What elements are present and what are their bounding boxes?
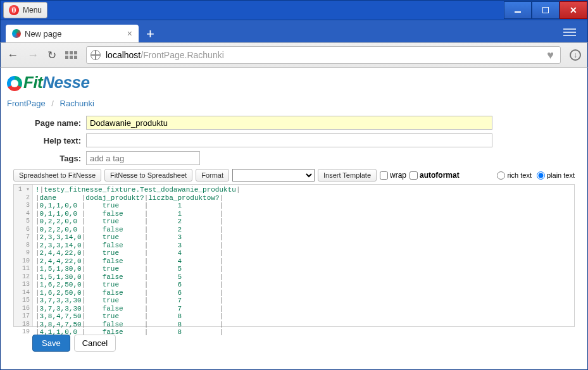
code-line[interactable]: |3,8,4,7,50| true | 8 | — [35, 312, 240, 321]
tab-title: New page — [25, 29, 62, 39]
template-select[interactable] — [232, 169, 315, 182]
breadcrumb-frontpage[interactable]: FrontPage — [7, 99, 46, 108]
save-button[interactable]: Save — [32, 335, 70, 352]
code-line[interactable]: |2,4,4,22,0| true | 4 | — [35, 249, 240, 257]
opera-logo-icon — [9, 5, 19, 15]
code-line[interactable]: |1,6,2,50,0| false | 6 | — [35, 289, 240, 297]
page-name-label: Page name: — [20, 118, 86, 128]
code-line[interactable]: |3,7,3,3,30| true | 7 | — [35, 297, 240, 305]
window-maximize-button[interactable] — [532, 1, 560, 19]
code-line[interactable]: |1,5,1,30,0| false | 5 | — [35, 273, 240, 281]
help-text-label: Help text: — [20, 136, 86, 145]
speed-dial-icon[interactable] — [65, 51, 77, 59]
code-line[interactable]: |1,5,1,30,0| true | 5 | — [35, 265, 240, 273]
breadcrumb-rachunki[interactable]: Rachunki — [60, 99, 94, 108]
page-content: FitNesse FrontPage / Rachunki Page name:… — [0, 68, 588, 370]
code-line[interactable]: |0,1,1,0,0 | true | 1 | — [35, 202, 240, 210]
code-line[interactable]: |0,2,2,0,0 | false | 2 | — [35, 226, 240, 234]
tab-favicon — [12, 29, 21, 38]
code-line[interactable]: |0,1,1,0,0 | false | 1 | — [35, 210, 240, 218]
rich-text-radio[interactable]: rich text — [497, 171, 532, 180]
code-line[interactable]: |3,7,3,3,30| false | 7 | — [35, 305, 240, 313]
plain-text-radio[interactable]: plain text — [537, 171, 575, 180]
code-line[interactable]: |2,4,4,22,0| false | 4 | — [35, 257, 240, 266]
tags-input[interactable] — [86, 151, 200, 165]
opera-menu-button[interactable]: Menu — [3, 2, 47, 18]
opera-menu-label: Menu — [23, 6, 42, 15]
code-line[interactable]: !|testy_fitnesse_fixture.Test_dodawanie_… — [35, 186, 240, 194]
window-minimize-button[interactable] — [504, 1, 532, 19]
fitnesse-to-spreadsheet-button[interactable]: FitNesse to Spreadsheet — [104, 169, 192, 182]
editor-gutter: 1 ▾2345678910111213141516171819 — [14, 185, 33, 326]
new-tab-button[interactable]: + — [139, 26, 162, 42]
reload-button[interactable] — [47, 49, 56, 62]
window-titlebar: Menu — [0, 0, 588, 20]
panel-menu-icon[interactable] — [561, 26, 579, 39]
code-line[interactable]: |3,8,4,7,50| false | 8 | — [35, 321, 240, 329]
code-line[interactable]: |dane |dodaj_produkt?|liczba_produktow?| — [35, 194, 240, 202]
code-line[interactable]: |1,6,2,50,0| true | 6 | — [35, 281, 240, 289]
browser-tab-active[interactable]: New page × — [6, 25, 139, 42]
tab-close-icon[interactable]: × — [127, 28, 132, 39]
site-info-icon[interactable] — [91, 50, 101, 60]
fitnesse-logo: FitNesse — [7, 73, 581, 92]
help-text-input[interactable] — [86, 133, 492, 147]
breadcrumb: FrontPage / Rachunki — [7, 99, 581, 108]
breadcrumb-separator: / — [47, 99, 58, 108]
code-editor[interactable]: 1 ▾2345678910111213141516171819 !|testy_… — [13, 184, 575, 327]
wrap-checkbox[interactable]: wrap — [380, 171, 406, 180]
browser-tabstrip: New page × + — [0, 20, 588, 42]
code-line[interactable]: |2,3,3,14,0| true | 3 | — [35, 233, 240, 242]
format-button[interactable]: Format — [196, 169, 229, 182]
code-line[interactable]: |2,3,3,14,0| false | 3 | — [35, 242, 240, 250]
editor-toolbar: Spreadsheet to FitNesse FitNesse to Spre… — [13, 169, 575, 182]
url-text[interactable]: localhost/FrontPage.Rachunki — [106, 50, 539, 60]
forward-button[interactable]: → — [27, 49, 39, 62]
downloads-icon[interactable] — [570, 49, 581, 61]
spreadsheet-to-fitnesse-button[interactable]: Spreadsheet to FitNesse — [13, 169, 101, 182]
bookmark-icon[interactable]: ♥ — [544, 49, 556, 62]
autoformat-checkbox[interactable]: autoformat — [410, 171, 460, 180]
insert-template-button[interactable]: Insert Template — [318, 169, 377, 182]
window-close-button[interactable] — [560, 1, 587, 19]
tags-label: Tags: — [20, 154, 86, 163]
window-controls — [504, 1, 587, 19]
fitnesse-swirl-icon — [7, 76, 22, 91]
page-name-input[interactable] — [86, 116, 492, 130]
browser-toolbar: ← → localhost/FrontPage.Rachunki ♥ — [0, 42, 588, 68]
editor-code[interactable]: !|testy_fitnesse_fixture.Test_dodawanie_… — [33, 185, 240, 326]
address-bar[interactable]: localhost/FrontPage.Rachunki ♥ — [86, 46, 561, 64]
back-button[interactable]: ← — [7, 49, 18, 62]
cancel-button[interactable]: Cancel — [74, 335, 116, 352]
code-line[interactable]: |0,2,2,0,0 | true | 2 | — [35, 218, 240, 226]
